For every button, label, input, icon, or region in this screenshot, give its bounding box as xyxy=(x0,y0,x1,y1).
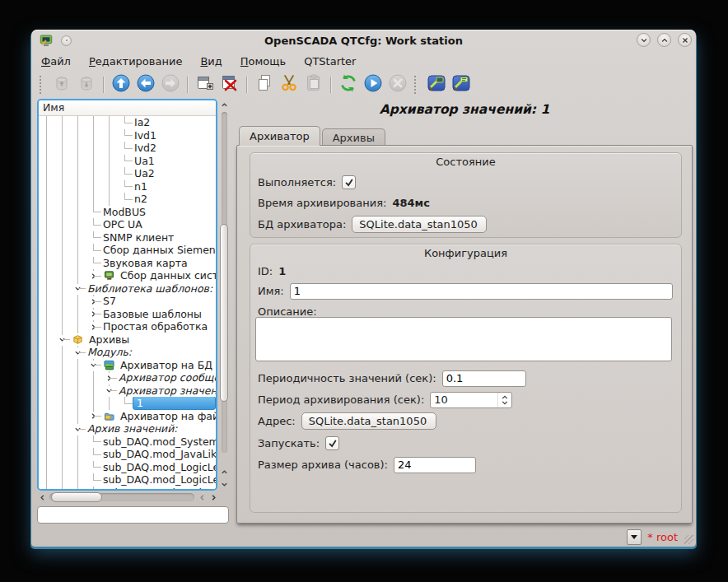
spin-up-icon[interactable] xyxy=(502,395,508,399)
scrollbar-handle[interactable] xyxy=(51,492,102,502)
paste-button[interactable] xyxy=(303,74,324,95)
running-checkbox[interactable] xyxy=(342,175,356,189)
tab-archivator[interactable]: Архиватор xyxy=(239,126,320,146)
period-input[interactable] xyxy=(442,370,526,387)
expander-open-icon[interactable] xyxy=(57,335,67,345)
tree-item[interactable]: sub_DAQ.mod_LogicLev xyxy=(39,473,216,487)
archive-size-input[interactable] xyxy=(394,457,476,473)
status-dropdown-button[interactable] xyxy=(627,529,642,545)
tree-filter-input[interactable] xyxy=(37,506,229,524)
tree-item[interactable]: 1 xyxy=(39,397,216,410)
stop-button[interactable] xyxy=(387,74,408,95)
expander-collapsed-icon[interactable] xyxy=(88,310,98,319)
refresh-button[interactable] xyxy=(338,74,359,95)
tree-item[interactable]: Архив значений: xyxy=(39,422,216,435)
toolbar-drag-handle[interactable] xyxy=(414,76,420,94)
tree-item[interactable]: Ivd2 xyxy=(39,142,216,155)
tree-item[interactable]: Архивы xyxy=(39,333,216,347)
scroll-left-button-2[interactable] xyxy=(197,491,208,503)
expander-collapsed-icon[interactable] xyxy=(88,412,98,421)
tree-item[interactable]: ModBUS xyxy=(39,206,216,219)
copy-button[interactable] xyxy=(254,74,275,95)
resize-grip[interactable] xyxy=(684,535,693,544)
minimize-button[interactable] xyxy=(637,33,651,47)
cut-button[interactable] xyxy=(278,74,300,95)
tree-item[interactable]: Сбор данных Siemens xyxy=(39,244,216,257)
menu-item-3[interactable]: Вид xyxy=(200,55,222,68)
tree-guide-line xyxy=(39,244,54,257)
add-item-button[interactable] xyxy=(194,74,216,95)
close-button[interactable] xyxy=(678,33,692,47)
expander-open-icon[interactable] xyxy=(72,347,82,357)
expander-open-icon[interactable] xyxy=(72,424,82,434)
tree-item[interactable]: Архиватор значени xyxy=(39,384,216,398)
scrollbar-handle[interactable] xyxy=(220,224,228,402)
tree-item[interactable]: Ua1 xyxy=(39,155,216,168)
tree-horizontal-scrollbar[interactable] xyxy=(37,491,220,503)
save-button[interactable] xyxy=(76,74,97,95)
tree-item[interactable]: Архиватор на файл xyxy=(39,410,216,423)
scroll-up-button[interactable] xyxy=(219,99,230,110)
tree-item[interactable]: Сбор данных систе xyxy=(39,269,216,282)
tree-item[interactable]: sub_DAQ.mod_System.c xyxy=(39,435,216,449)
navigation-tree[interactable]: Имя Ia2Ivd1Ivd2Ua1Ua2n1n2ModBUSOPC UASNM… xyxy=(37,99,217,491)
tree-item[interactable]: sub_DAQ.mod_LogicLev xyxy=(39,461,216,474)
menu-item-4[interactable]: Помощь xyxy=(240,55,286,68)
menu-item-1[interactable]: Файл xyxy=(41,55,71,68)
tree-item[interactable]: sub_DAQ.mod_JavaLike xyxy=(39,448,216,461)
db-archive-icon xyxy=(103,360,115,370)
up-button[interactable] xyxy=(110,74,132,95)
expander-open-icon[interactable] xyxy=(88,361,98,370)
scroll-left-button[interactable] xyxy=(37,491,48,503)
tree-item[interactable]: Модуль: xyxy=(39,346,216,359)
tree-guide-line xyxy=(86,397,101,410)
expander-open-icon[interactable] xyxy=(104,386,114,396)
expander-collapsed-icon[interactable] xyxy=(88,271,98,281)
toolbar-drag-handle[interactable] xyxy=(40,76,45,94)
start-checkbox[interactable] xyxy=(325,436,339,450)
archiver-db-combobox[interactable]: SQLite.data_stan1050 xyxy=(352,216,487,233)
scroll-down-button[interactable] xyxy=(219,478,230,490)
scroll-right-button[interactable] xyxy=(208,491,219,503)
forward-button[interactable] xyxy=(160,74,181,95)
tree-item[interactable]: sub_DAQ.mod_LogicLev xyxy=(39,487,216,491)
tree-item[interactable]: n1 xyxy=(39,180,216,193)
address-combobox[interactable]: SQLite.data_stan1050 xyxy=(301,412,436,430)
description-textarea[interactable] xyxy=(255,317,672,361)
start-button[interactable] xyxy=(362,74,384,95)
tree-item[interactable]: S7 xyxy=(39,295,216,308)
tree-item[interactable]: Архиватор на БД xyxy=(39,359,216,372)
tree-item[interactable]: SNMP клиент xyxy=(39,231,216,244)
scroll-up-button-2[interactable] xyxy=(219,466,230,477)
tree-item[interactable]: n2 xyxy=(39,193,216,206)
expander-collapsed-icon[interactable] xyxy=(88,322,98,332)
tree-viewport[interactable]: Ia2Ivd1Ivd2Ua1Ua2n1n2ModBUSOPC UASNMP кл… xyxy=(39,116,216,490)
tree-item[interactable]: Архиватор сообще xyxy=(39,371,216,384)
name-input[interactable] xyxy=(290,283,673,300)
qtstarter-conf-button[interactable] xyxy=(426,74,447,95)
tree-item[interactable]: Ivd1 xyxy=(39,129,216,142)
tree-item[interactable]: Ua2 xyxy=(39,167,216,180)
load-button[interactable] xyxy=(51,74,72,95)
titlebar[interactable]: OpenSCADA QTCfg: Work station xyxy=(31,30,696,51)
tree-item[interactable]: Базовые шаблоны xyxy=(39,308,216,321)
arch-period-spinbox[interactable]: 10 xyxy=(430,392,512,408)
qtstarter-run-button[interactable] xyxy=(450,74,472,95)
tree-item[interactable]: Простая обработка xyxy=(39,320,216,333)
tree-item[interactable]: Библиотека шаблонов: xyxy=(39,282,216,296)
back-button[interactable] xyxy=(135,74,156,95)
maximize-button[interactable] xyxy=(657,33,671,47)
menu-item-2[interactable]: Редактирование xyxy=(89,55,182,68)
tree-item[interactable]: Звуковая карта xyxy=(39,257,216,270)
delete-item-button[interactable] xyxy=(219,74,240,95)
expander-collapsed-icon[interactable] xyxy=(88,296,98,306)
tree-vertical-scrollbar[interactable] xyxy=(219,99,230,491)
expander-collapsed-icon[interactable] xyxy=(104,373,114,383)
tree-item[interactable]: OPC UA xyxy=(39,218,216,231)
spin-down-icon[interactable] xyxy=(502,401,508,405)
period-label: Периодичность значений (сек): xyxy=(258,372,436,384)
tree-item[interactable]: Ia2 xyxy=(39,116,216,129)
expander-open-icon[interactable] xyxy=(72,284,82,294)
menu-item-5[interactable]: QTStarter xyxy=(304,55,356,68)
tab-archives[interactable]: Архивы xyxy=(322,128,385,146)
